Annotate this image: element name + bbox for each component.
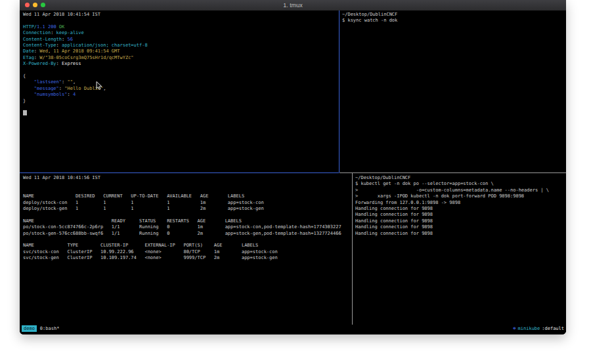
kube-namespace: :default bbox=[542, 325, 564, 333]
tmux-status-left: demo 0:bash* bbox=[22, 325, 59, 333]
pane-divider-vertical-bottom[interactable] bbox=[352, 173, 353, 325]
pane-top-left-http-response[interactable]: Wed 11 Apr 2018 10:41:54 ISTHTTP/1.1 200… bbox=[23, 12, 148, 117]
pane-top-right-ksync[interactable]: ~/Desktop/DublinCNCF$ ksync watch -n dok bbox=[342, 12, 397, 24]
kubernetes-wheel-icon: ☸ bbox=[513, 325, 515, 333]
terminal-window: 1. tmux Wed 11 Apr 2018 10:41:54 ISTHTTP… bbox=[20, 0, 566, 334]
tmux-status-bar: demo 0:bash* ☸ minikube :default bbox=[20, 325, 566, 333]
tmux-terminal: Wed 11 Apr 2018 10:41:54 ISTHTTP/1.1 200… bbox=[20, 10, 566, 334]
pane-bottom-right-port-forward[interactable]: ~/Desktop/DublinCNCF$ kubectl get -n dok… bbox=[355, 175, 549, 237]
close-button[interactable] bbox=[25, 3, 30, 7]
pane-divider-vertical-top[interactable] bbox=[339, 10, 339, 172]
tmux-status-right: ☸ minikube :default bbox=[513, 325, 564, 333]
pane-divider-horizontal-left[interactable] bbox=[20, 172, 339, 173]
tmux-session-name: demo bbox=[22, 325, 37, 332]
kube-context-name: minikube bbox=[518, 325, 540, 333]
tmux-window-item-active[interactable]: 0:bash* bbox=[40, 325, 60, 333]
mouse-cursor bbox=[96, 81, 102, 91]
window-titlebar[interactable]: 1. tmux bbox=[20, 0, 566, 11]
zoom-button[interactable] bbox=[41, 3, 45, 7]
window-title: 1. tmux bbox=[283, 2, 303, 9]
traffic-lights bbox=[25, 3, 45, 7]
pane-bottom-left-kubectl-resources[interactable]: Wed 11 Apr 2018 10:41:56 ISTNAME DESIRED… bbox=[23, 175, 341, 262]
minimize-button[interactable] bbox=[33, 3, 37, 7]
pane-divider-horizontal-right[interactable] bbox=[339, 172, 566, 173]
